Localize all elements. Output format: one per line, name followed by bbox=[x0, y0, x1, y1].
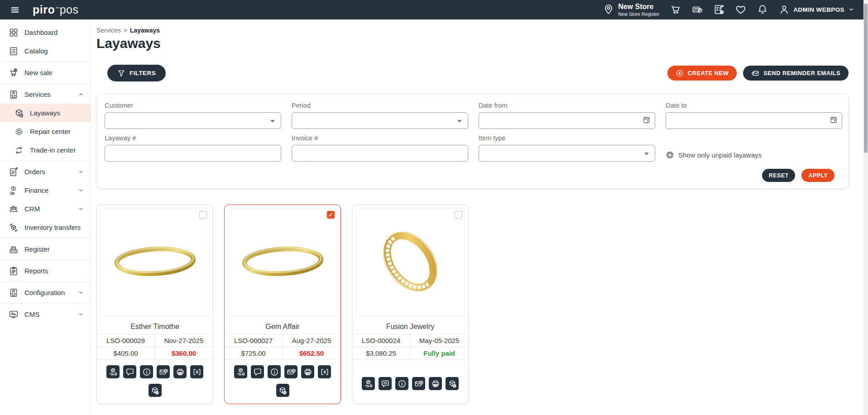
package-action-button[interactable] bbox=[149, 384, 162, 397]
comment-lines-action-button[interactable] bbox=[379, 377, 392, 390]
calendar-icon[interactable] bbox=[643, 116, 651, 124]
reset-button[interactable]: RESET bbox=[762, 169, 796, 182]
card-checkbox[interactable]: ✓ bbox=[327, 211, 335, 219]
payment-action-button[interactable] bbox=[362, 377, 375, 390]
payment-icon bbox=[236, 367, 245, 377]
unpaid-layaways-toggle[interactable]: Show only unpaid layaways bbox=[666, 148, 842, 162]
send-email-icon bbox=[159, 367, 168, 377]
apply-button[interactable]: APPLY bbox=[801, 169, 834, 182]
user-label: ADMIN WEBPOS bbox=[793, 6, 844, 13]
print-icon bbox=[303, 367, 312, 377]
notifications-icon[interactable] bbox=[757, 4, 768, 15]
menu-toggle-icon[interactable] bbox=[10, 5, 20, 15]
tasks-icon[interactable] bbox=[714, 4, 724, 15]
chevron-down-icon bbox=[78, 206, 84, 212]
info-action-button[interactable] bbox=[140, 365, 153, 378]
main-content: Services>Layaways Layaways FILTERS CREAT… bbox=[91, 19, 868, 415]
radio-double-icon bbox=[666, 151, 674, 159]
sidebar-item-dashboard[interactable]: Dashboard bbox=[0, 23, 90, 42]
layaway-input[interactable] bbox=[105, 145, 281, 162]
chevron-down-icon bbox=[78, 290, 84, 296]
user-avatar-icon bbox=[779, 4, 790, 15]
scrollbar-thumb[interactable] bbox=[864, 4, 868, 153]
sidebar-item-crm[interactable]: CRM bbox=[0, 200, 90, 218]
sidebar-divider bbox=[0, 161, 90, 161]
customer-input[interactable] bbox=[105, 112, 281, 129]
filter-field-layaway: Layaway # bbox=[105, 134, 281, 162]
breadcrumb-parent[interactable]: Services bbox=[96, 27, 121, 34]
print-action-button[interactable] bbox=[173, 365, 187, 378]
payment-action-button[interactable] bbox=[234, 365, 247, 378]
create-new-button[interactable]: CREATE NEW bbox=[667, 66, 737, 81]
sidebar-item-services[interactable]: Services bbox=[0, 85, 90, 104]
payment-action-button[interactable] bbox=[106, 365, 120, 378]
sidebar-item-finance[interactable]: $Finance bbox=[0, 181, 90, 200]
store-selector[interactable]: New Store New Store Register bbox=[603, 3, 659, 16]
info-icon bbox=[142, 367, 151, 377]
filter-field-date-to: Date to bbox=[666, 102, 842, 129]
sidebar-item-configuration[interactable]: Configuration bbox=[0, 283, 90, 302]
send-reminder-emails-button[interactable]: SEND REMINDER EMAILS bbox=[743, 66, 849, 81]
chevron-down-icon bbox=[78, 187, 84, 193]
select-caret-icon bbox=[644, 153, 649, 155]
filter-field-period: Period bbox=[292, 102, 468, 129]
date-to-input[interactable] bbox=[666, 112, 842, 129]
sidebar-item-repair-center[interactable]: Repair center bbox=[0, 122, 90, 141]
user-menu[interactable]: ADMIN WEBPOS bbox=[779, 4, 854, 15]
sidebar-item-cms[interactable]: CMS bbox=[0, 305, 90, 324]
due-date: Aug-27-2025 bbox=[283, 334, 340, 347]
period-input[interactable] bbox=[292, 112, 468, 129]
sidebar-item-new-sale[interactable]: New sale bbox=[0, 63, 90, 82]
sidebar-item-label: Dashboard bbox=[24, 29, 58, 36]
print-action-button[interactable] bbox=[301, 365, 314, 378]
cash-action-button[interactable]: $ bbox=[190, 365, 203, 378]
sidebar-item-catalog[interactable]: Catalog bbox=[0, 42, 90, 60]
filter-field-label: Layaway # bbox=[105, 134, 281, 142]
filter-panel: CustomerPeriodDate fromDate toLayaway #I… bbox=[96, 94, 849, 189]
orders-icon bbox=[9, 167, 19, 177]
card-checkbox[interactable] bbox=[455, 211, 462, 219]
cart-icon[interactable] bbox=[670, 4, 681, 15]
package-icon bbox=[448, 379, 457, 388]
sidebar-item-label: Finance bbox=[24, 186, 48, 194]
package-action-button[interactable] bbox=[446, 377, 459, 390]
wishlist-icon[interactable] bbox=[735, 4, 746, 15]
filter-field-label: Item type bbox=[479, 134, 655, 142]
print-action-button[interactable] bbox=[429, 377, 442, 390]
sidebar-item-label: Catalog bbox=[24, 47, 48, 55]
date-from-input[interactable] bbox=[479, 112, 655, 129]
top-header: piro™pos New Store New Store Register AD… bbox=[0, 0, 868, 19]
trade-in-icon bbox=[14, 145, 24, 155]
sidebar-item-inventory-transfers[interactable]: Inventory transfers bbox=[0, 218, 90, 237]
card-actions bbox=[225, 384, 340, 397]
invoice-input[interactable] bbox=[292, 145, 468, 162]
filters-button[interactable]: FILTERS bbox=[107, 65, 166, 81]
sidebar-item-register[interactable]: Register bbox=[0, 240, 90, 258]
create-new-label: CREATE NEW bbox=[688, 70, 729, 76]
sidebar-divider bbox=[0, 281, 90, 282]
sidebar-item-trade-in-center[interactable]: Trade-in center bbox=[0, 141, 90, 159]
info-action-button[interactable] bbox=[395, 377, 408, 390]
sidebar-item-reports[interactable]: Reports bbox=[0, 262, 90, 280]
package-action-button[interactable] bbox=[276, 384, 289, 397]
send-email-action-button[interactable] bbox=[412, 377, 425, 390]
comment-action-button[interactable] bbox=[123, 365, 136, 378]
app-logo[interactable]: piro™pos bbox=[33, 3, 79, 16]
item-type-input[interactable] bbox=[479, 145, 655, 162]
register-icon bbox=[9, 244, 19, 254]
send-email-action-button[interactable] bbox=[284, 365, 297, 378]
sidebar-item-layaways[interactable]: Layaways bbox=[0, 104, 90, 122]
info-action-button[interactable] bbox=[268, 365, 281, 378]
filter-field-customer: Customer bbox=[105, 102, 281, 129]
comment-action-button[interactable] bbox=[251, 365, 264, 378]
card-checkbox[interactable] bbox=[199, 211, 207, 219]
calendar-icon[interactable] bbox=[830, 116, 838, 124]
send-email-icon bbox=[414, 379, 423, 388]
info-icon bbox=[270, 367, 279, 377]
repair-orders-icon[interactable] bbox=[692, 4, 703, 15]
send-mail-icon bbox=[751, 69, 759, 77]
sidebar-item-orders[interactable]: Orders bbox=[0, 162, 90, 181]
cash-action-button[interactable]: $ bbox=[318, 365, 331, 378]
send-email-action-button[interactable] bbox=[157, 365, 170, 378]
comment-lines-icon bbox=[381, 379, 390, 388]
